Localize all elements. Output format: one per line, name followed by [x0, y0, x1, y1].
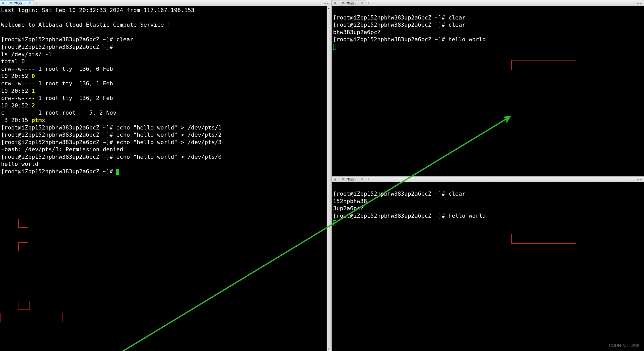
tab-br-label: 1 Linux机器 [3] — [338, 177, 358, 182]
tab-bar-br: 1 Linux机器 [3] × + ◂ ▸ — [332, 177, 644, 182]
watermark: CSDN @江池俊 — [609, 343, 639, 348]
add-tab-button[interactable]: + — [34, 0, 39, 6]
tab-nav: ◂ ▸ — [635, 177, 644, 182]
status-dot-icon — [334, 178, 336, 180]
chevron-right-icon[interactable]: ▸ — [640, 177, 642, 181]
terminal-grid: 1 Linux机器 [2] × + ◂ ▸ Last login: Sat Fe… — [0, 0, 644, 351]
chevron-right-icon[interactable]: ▸ — [640, 1, 642, 5]
terminal-tr[interactable]: [root@iZbp152npbhw383up2a6pcZ ~]# clear … — [333, 7, 644, 51]
pane-bottom-right: 1 Linux机器 [3] × + ◂ ▸ [root@iZbp152npbhw… — [332, 176, 644, 351]
tab-tr[interactable]: 1 Linux机器 [0] × — [332, 0, 366, 6]
terminal-br[interactable]: [root@iZbp152npbhw383up2a6pcZ ~]# clear … — [333, 183, 644, 227]
tab-bar-left: 1 Linux机器 [2] × + ◂ ▸ — [0, 0, 331, 6]
tab-left-label: 1 Linux机器 [2] — [6, 1, 26, 5]
chevron-right-icon[interactable]: ▸ — [327, 1, 329, 5]
chevron-left-icon[interactable]: ◂ — [637, 177, 639, 181]
tab-nav: ◂ ▸ — [635, 0, 644, 6]
chevron-left-icon[interactable]: ◂ — [637, 1, 639, 5]
scroll-down-icon[interactable]: ▼ — [327, 347, 331, 351]
add-tab-button[interactable]: + — [366, 177, 371, 182]
tab-bar-tr: 1 Linux机器 [0] × + ◂ ▸ — [332, 0, 644, 6]
tab-nav: ◂ ▸ — [322, 0, 331, 6]
status-dot-icon — [334, 2, 336, 4]
pane-top-right: 1 Linux机器 [0] × + ◂ ▸ [root@iZbp152npbhw… — [332, 0, 644, 176]
terminal-wrap-tr: [root@iZbp152npbhw383up2a6pcZ ~]# clear … — [332, 6, 644, 176]
close-icon[interactable]: × — [360, 178, 364, 181]
scroll-track[interactable] — [327, 10, 331, 347]
tab-tr-label: 1 Linux机器 [0] — [338, 1, 358, 5]
pane-left: 1 Linux机器 [2] × + ◂ ▸ Last login: Sat Fe… — [0, 0, 332, 351]
terminal-wrap-left: Last login: Sat Feb 10 20:32:33 2024 fro… — [0, 6, 331, 351]
add-tab-button[interactable]: + — [366, 0, 371, 6]
terminal-left[interactable]: Last login: Sat Feb 10 20:32:33 2024 fro… — [1, 7, 331, 175]
scrollbar-left[interactable]: ▲ ▼ — [327, 6, 331, 351]
tab-left[interactable]: 1 Linux机器 [2] × — [0, 0, 34, 6]
terminal-wrap-br: [root@iZbp152npbhw383up2a6pcZ ~]# clear … — [332, 182, 644, 351]
tab-br[interactable]: 1 Linux机器 [3] × — [332, 177, 366, 182]
close-icon[interactable]: × — [360, 2, 364, 5]
scroll-up-icon[interactable]: ▲ — [327, 6, 331, 10]
close-icon[interactable]: × — [28, 2, 32, 5]
status-dot-icon — [2, 2, 4, 4]
chevron-left-icon[interactable]: ◂ — [324, 1, 326, 5]
